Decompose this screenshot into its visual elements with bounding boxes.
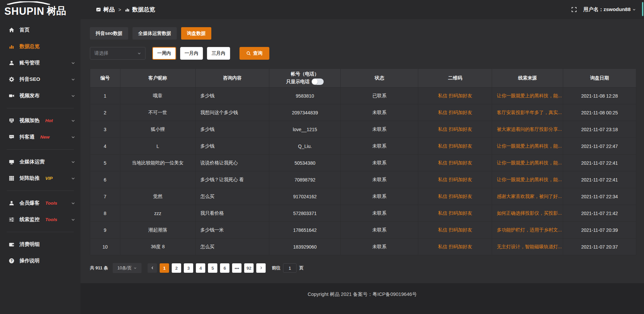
page-button-3[interactable]: 3 [184, 263, 193, 273]
sidebar-item-matrix-boost[interactable]: 矩阵助推VIP [0, 170, 80, 187]
page-button-2[interactable]: 2 [172, 263, 181, 273]
sidebar-item-label: 全媒体运营 [19, 159, 45, 165]
page-button-92[interactable]: 92 [244, 263, 254, 273]
logo-arc-icon [6, 1, 51, 5]
scrollbar-thumb[interactable] [642, 2, 643, 16]
source-link[interactable]: 让你一眼就爱上的黑科技，能... [497, 93, 562, 98]
column-header-2: 咨询内容 [196, 69, 269, 88]
qr-friend-link[interactable]: 私信 扫码加好友 [438, 227, 472, 232]
chevron-down-icon [71, 94, 75, 98]
goto-suffix-label: 页 [299, 265, 304, 271]
cell-source: 让你一眼就爱上的黑科技，能... [492, 171, 563, 188]
sidebar-item-operation-guide[interactable]: ?操作说明 [0, 253, 80, 269]
home-icon [9, 27, 14, 33]
source-link[interactable]: 被大家追着问的客厅投影分享... [497, 126, 562, 132]
source-link[interactable]: 多功能护栏灯，适用于乡村文... [497, 227, 562, 232]
range-button-one-week[interactable]: 一周内 [152, 47, 176, 60]
sidebar-item-label: 线索监控 [19, 216, 40, 223]
cell-content: 多少钱 [196, 88, 269, 104]
sidebar-item-consumption-detail[interactable]: 消费明细 [0, 236, 80, 253]
page-button-5[interactable]: 5 [208, 263, 217, 273]
inquiry-table: 编号客户昵称咨询内容帐号（电话）只显示电话状态二维码线索来源询盘日期 1哦章多少… [90, 68, 636, 255]
breadcrumb-item[interactable]: 数据总览 [125, 6, 155, 13]
sidebar-item-clue-monitor[interactable]: 线索监控Tools [0, 211, 80, 228]
qr-friend-link[interactable]: 私信 扫码加好友 [438, 177, 472, 182]
search-button-label: 查询 [253, 50, 263, 56]
page-size-select[interactable]: 10条/页 [113, 263, 142, 273]
qr-friend-link[interactable]: 私信 扫码加好友 [438, 110, 472, 115]
user-menu[interactable]: 用户名：zswodun88 [583, 6, 636, 13]
prev-page-button[interactable] [148, 263, 157, 273]
fullscreen-icon[interactable] [571, 7, 577, 12]
tab-omni-media-data[interactable]: 全媒体运营数据 [132, 27, 177, 40]
column-header-0: 编号 [90, 69, 120, 88]
sidebar-item-label: 操作说明 [19, 258, 40, 264]
page-button-1[interactable]: 1 [160, 263, 169, 273]
cell-no: 4 [90, 138, 120, 155]
total-count-label: 共 911 条 [90, 265, 108, 271]
cell-content: 我想问这个多少钱 [196, 104, 269, 121]
cell-date: 2021-11-07 20:37 [563, 239, 636, 255]
bar-chart-icon [125, 7, 130, 12]
cell-status: 未联系 [341, 239, 418, 255]
tab-inquiry-data[interactable]: 询盘数据 [181, 27, 211, 40]
sidebar-item-video-publish[interactable]: 视频发布 [0, 88, 80, 104]
cell-source: 感谢大家喜欢我家，被问了好... [492, 188, 563, 205]
breadcrumb-item[interactable]: 树品 [96, 6, 115, 13]
sidebar-divider [7, 149, 74, 150]
source-link[interactable]: 让你一眼就爱上的黑科技，能... [497, 160, 562, 165]
page-button-4[interactable]: 4 [196, 263, 205, 273]
grid-icon [9, 175, 14, 181]
cell-nickname: L [120, 138, 196, 155]
next-page-button[interactable] [256, 263, 266, 273]
question-icon: ? [9, 258, 14, 264]
source-link[interactable]: 如何正确选择投影仪，买投影... [497, 210, 562, 216]
page-number-buttons: 123456•••92 [157, 263, 254, 273]
cell-nickname: zzz [120, 205, 196, 222]
page-ellipsis-button[interactable]: ••• [232, 263, 241, 273]
cell-no: 1 [90, 88, 120, 104]
filter-select[interactable]: 请选择 [90, 47, 146, 60]
cell-date: 2021-11-07 23:18 [563, 121, 636, 138]
sidebar-item-home[interactable]: 首页 [0, 22, 80, 38]
sidebar-item-video-heating[interactable]: 视频加热Hot [0, 112, 80, 129]
sidebar-item-badge: Hot [45, 118, 53, 123]
phone-toggle-row: 只显示电话 [269, 78, 340, 85]
sidebar-item-data-overview[interactable]: 数据总览 [0, 38, 80, 55]
search-button[interactable]: 查询 [239, 47, 269, 60]
sidebar-item-account-management[interactable]: 账号管理 [0, 55, 80, 71]
source-link[interactable]: 无主灯设计，智能磁吸轨道灯... [497, 244, 562, 249]
source-link[interactable]: 让你一眼就爱上的黑科技，能... [497, 143, 562, 149]
qr-friend-link[interactable]: 私信 扫码加好友 [438, 160, 472, 165]
cell-qrcode: 私信 扫码加好友 [418, 171, 492, 188]
source-link[interactable]: 感谢大家喜欢我家，被问了好... [497, 194, 562, 199]
table-row: 4L多少钱Q_Liu.未联系私信 扫码加好友让你一眼就爱上的黑科技，能...20… [90, 138, 636, 155]
qr-friend-link[interactable]: 私信 扫码加好友 [438, 210, 472, 216]
cell-status: 未联系 [341, 188, 418, 205]
sidebar-item-member-baoke[interactable]: 会员爆客Tools [0, 195, 80, 211]
qr-friend-link[interactable]: 私信 扫码加好友 [438, 194, 472, 199]
source-link[interactable]: 让你一眼就爱上的黑科技，能... [497, 177, 562, 182]
phone-only-toggle[interactable] [312, 78, 324, 85]
filter-select-placeholder: 请选择 [94, 50, 108, 56]
sidebar-item-douketong[interactable]: 抖客通New [0, 129, 80, 145]
sidebar-item-douyin-seo[interactable]: 抖音SEO [0, 71, 80, 88]
qr-friend-link[interactable]: 私信 扫码加好友 [438, 244, 472, 249]
page-button-6[interactable]: 6 [220, 263, 229, 273]
sidebar-item-omni-media-operation[interactable]: 全媒体运营 [0, 154, 80, 170]
range-button-one-month[interactable]: 一月内 [180, 47, 203, 60]
sidebar-item-label: 矩阵助推 [19, 175, 40, 181]
logo: SHUPIN 树品 [0, 1, 80, 18]
tab-douyin-seo-data[interactable]: 抖音seo数据 [90, 27, 128, 40]
breadcrumb-separator: > [118, 7, 121, 12]
goto-page-input[interactable] [283, 263, 297, 273]
qr-friend-link[interactable]: 私信 扫码加好友 [438, 143, 472, 149]
qr-friend-link[interactable]: 私信 扫码加好友 [438, 126, 472, 132]
main-area: 抖音seo数据全媒体运营数据询盘数据 请选择 一周内一月内三月内 查询 编号客户… [80, 19, 644, 314]
cell-qrcode: 私信 扫码加好友 [418, 239, 492, 255]
cell-qrcode: 私信 扫码加好友 [418, 104, 492, 121]
qr-friend-link[interactable]: 私信 扫码加好友 [438, 93, 472, 98]
cell-no: 3 [90, 121, 120, 138]
range-button-three-months[interactable]: 三月内 [207, 47, 230, 60]
source-link[interactable]: 客厅安装投影半年多了，真实... [497, 110, 562, 115]
